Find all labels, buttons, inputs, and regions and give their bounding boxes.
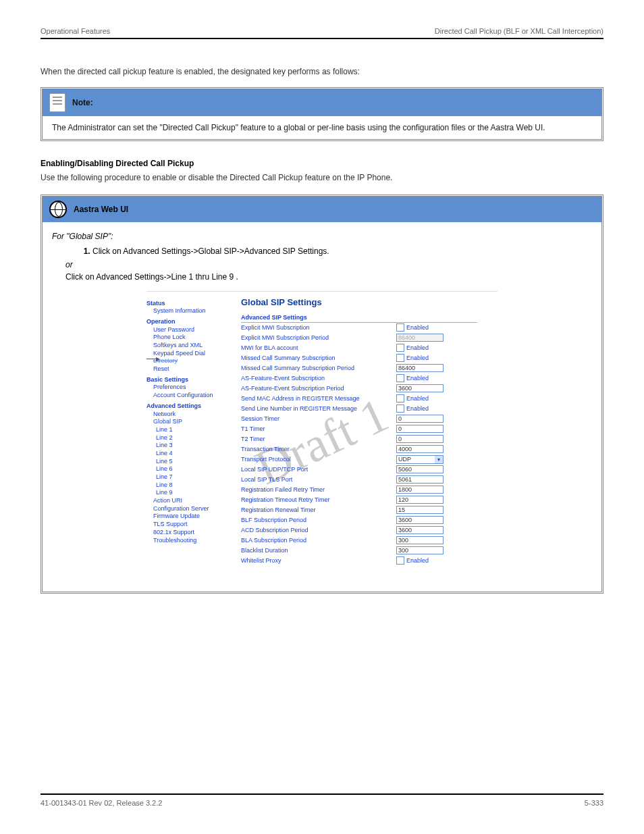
sidebar-item-account-configuration[interactable]: Account Configuration <box>153 392 241 400</box>
setting-row: Send Line Number in REGISTER MessageEnab… <box>241 404 484 414</box>
setting-label: T1 Timer <box>241 425 396 432</box>
setting-label: Transaction Timer <box>241 446 396 452</box>
setting-row: AS-Feature-Event SubscriptionEnabled <box>241 373 484 384</box>
setting-row: Send MAC Address in REGISTER MessageEnab… <box>241 394 484 404</box>
setting-row: Missed Call Summary Subscription Period <box>241 363 484 373</box>
setting-row: BLA Subscription Period <box>241 536 484 546</box>
text-input[interactable] <box>396 546 444 554</box>
sidebar-item-system-information[interactable]: System Information <box>153 307 241 315</box>
setting-row: T1 Timer <box>241 424 484 434</box>
screenshot: Draft 1 Status System Information Operat… <box>146 291 498 592</box>
text-input[interactable] <box>396 536 444 544</box>
header-right: Directed Call Pickup (BLF or XML Call In… <box>435 27 603 35</box>
sidebar-item-action-uri[interactable]: Action URI <box>153 497 241 505</box>
sidebar-basic-settings: Basic Settings <box>146 376 241 384</box>
sidebar: Status System Information Operation User… <box>146 292 241 545</box>
setting-label: BLA Subscription Period <box>241 537 396 544</box>
sidebar-item-line-2[interactable]: Line 2 <box>156 434 241 442</box>
text-input[interactable] <box>396 425 444 433</box>
note-icon <box>49 93 65 112</box>
sidebar-item-user-password[interactable]: User Password <box>153 326 241 334</box>
sidebar-item-keypad-speed-dial[interactable]: Keypad Speed Dial <box>153 350 241 358</box>
setting-label: Registration Timeout Retry Timer <box>241 496 396 503</box>
text-input[interactable] <box>396 465 444 473</box>
text-input[interactable] <box>396 384 444 392</box>
web-ui-box: Aastra Web UI For "Global SIP": Click on… <box>41 194 603 594</box>
setting-row: Whitelist ProxyEnabled <box>241 556 484 566</box>
setting-label: T2 Timer <box>241 436 396 442</box>
text-input[interactable] <box>396 475 444 484</box>
checkbox[interactable] <box>396 405 404 413</box>
text-input[interactable] <box>396 526 444 534</box>
sidebar-item-global-sip[interactable]: Global SIP <box>153 418 241 426</box>
sidebar-item-preferences[interactable]: Preferences <box>153 384 241 392</box>
setting-row: Explicit MWI SubscriptionEnabled <box>241 323 484 333</box>
setting-row: Local SIP UDP/TCP Port <box>241 465 484 475</box>
checkbox[interactable] <box>396 323 404 332</box>
sidebar-item-line-8[interactable]: Line 8 <box>156 481 241 490</box>
sidebar-item-line-4[interactable]: Line 4 <box>156 450 241 458</box>
sidebar-item-line-3[interactable]: Line 3 <box>156 442 241 450</box>
sidebar-item-firmware-update[interactable]: Firmware Update <box>153 513 241 521</box>
sidebar-item-network[interactable]: Network <box>153 411 241 419</box>
pointer-arrow-icon <box>146 359 159 359</box>
checkbox[interactable] <box>396 556 404 565</box>
instructions-title: Enabling/Disabling Directed Call Pickup <box>41 159 603 168</box>
note-title: Note: <box>72 98 93 107</box>
setting-label: Send MAC Address in REGISTER Message <box>241 395 396 402</box>
setting-label: Missed Call Summary Subscription Period <box>241 365 396 371</box>
setting-row: T2 Timer <box>241 434 484 444</box>
setting-label: BLF Subscription Period <box>241 517 396 523</box>
setting-label: AS-Feature-Event Subscription Period <box>241 385 396 392</box>
footer-rule <box>41 793 603 795</box>
sidebar-item-directory[interactable]: Directory <box>153 357 241 365</box>
content-title: Global SIP Settings <box>241 297 498 307</box>
globe-icon <box>49 201 67 218</box>
setting-row: Registration Renewal Timer <box>241 505 484 515</box>
select-input[interactable]: UDP▾ <box>396 455 444 464</box>
text-input[interactable] <box>396 506 444 514</box>
web-ui-title: Aastra Web UI <box>74 205 128 214</box>
text-input[interactable] <box>396 445 444 453</box>
enabled-label: Enabled <box>406 344 429 351</box>
sidebar-item-reset[interactable]: Reset <box>153 365 241 373</box>
text-input <box>396 334 444 342</box>
sidebar-item-802-1x-support[interactable]: 802.1x Support <box>153 529 241 537</box>
header-left: Operational Features <box>41 27 110 35</box>
text-input[interactable] <box>396 496 444 504</box>
sidebar-item-troubleshooting[interactable]: Troubleshooting <box>153 537 241 545</box>
setting-row: BLF Subscription Period <box>241 515 484 525</box>
setting-label: Local SIP TLS Port <box>241 476 396 483</box>
sidebar-item-line-6[interactable]: Line 6 <box>156 465 241 473</box>
text-input[interactable] <box>396 364 444 372</box>
sidebar-item-tls-support[interactable]: TLS Support <box>153 521 241 529</box>
checkbox[interactable] <box>396 354 404 362</box>
sidebar-item-line-7[interactable]: Line 7 <box>156 473 241 481</box>
note-header: Note: <box>43 89 601 116</box>
checkbox[interactable] <box>396 374 404 382</box>
header-rule <box>41 38 603 39</box>
setting-row: AS-Feature-Event Subscription Period <box>241 384 484 394</box>
sidebar-item-line-1[interactable]: Line 1 <box>156 426 241 434</box>
text-input[interactable] <box>396 516 444 524</box>
sidebar-item-softkeys-xml[interactable]: Softkeys and XML <box>153 342 241 350</box>
enabled-label: Enabled <box>406 395 429 402</box>
setting-label: AS-Feature-Event Subscription <box>241 375 396 382</box>
step-1: Click on Advanced Settings->Global SIP->… <box>92 246 329 256</box>
setting-row: Missed Call Summary SubscriptionEnabled <box>241 353 484 363</box>
sidebar-item-phone-lock[interactable]: Phone Lock <box>153 334 241 342</box>
web-ui-for-global: For "Global SIP": <box>52 232 592 241</box>
sidebar-item-line-5[interactable]: Line 5 <box>156 458 241 466</box>
note-body: The Administrator can set the "Directed … <box>43 116 601 139</box>
enabled-label: Enabled <box>406 324 429 331</box>
checkbox[interactable] <box>396 394 404 402</box>
sidebar-item-configuration-server[interactable]: Configuration Server <box>153 505 241 513</box>
enabled-label: Enabled <box>406 355 429 361</box>
setting-label: ACD Subscription Period <box>241 527 396 533</box>
sidebar-item-line-9[interactable]: Line 9 <box>156 489 241 497</box>
checkbox[interactable] <box>396 344 404 352</box>
text-input[interactable] <box>396 486 444 494</box>
footer-left: 41-001343-01 Rev 02, Release 3.2.2 <box>41 799 162 807</box>
text-input[interactable] <box>396 415 444 423</box>
text-input[interactable] <box>396 435 444 443</box>
